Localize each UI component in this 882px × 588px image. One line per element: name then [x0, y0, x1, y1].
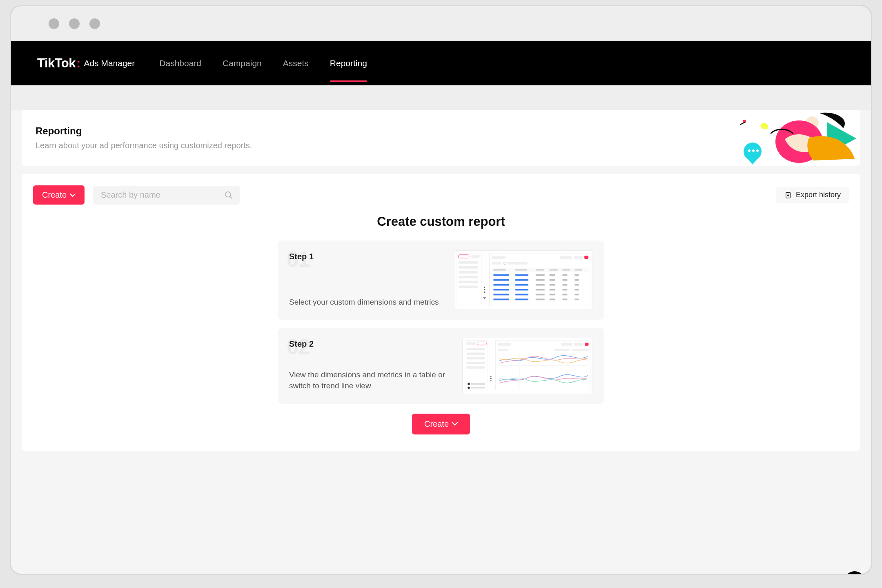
svg-rect-97 — [585, 343, 588, 345]
svg-rect-59 — [493, 289, 509, 290]
svg-point-87 — [490, 378, 492, 379]
window-dot — [89, 18, 100, 29]
svg-point-5 — [748, 149, 751, 152]
svg-point-86 — [490, 376, 492, 377]
svg-rect-35 — [493, 269, 506, 271]
step-card-2: 02 Step 2 View the dimensions and metric… — [278, 328, 604, 404]
svg-rect-14 — [457, 253, 481, 306]
svg-rect-61 — [536, 289, 545, 290]
svg-rect-42 — [515, 274, 528, 276]
svg-rect-81 — [467, 348, 485, 350]
svg-rect-57 — [562, 284, 567, 286]
window-controls — [11, 6, 871, 41]
svg-rect-93 — [496, 341, 590, 390]
svg-rect-70 — [575, 294, 579, 295]
svg-rect-64 — [575, 289, 579, 290]
svg-rect-39 — [562, 269, 570, 271]
svg-rect-94 — [498, 343, 511, 345]
browser-window: TikTok: Ads Manager Dashboard Campaign A… — [10, 5, 872, 575]
svg-rect-21 — [459, 281, 478, 283]
svg-rect-74 — [550, 298, 555, 300]
svg-rect-53 — [493, 284, 509, 286]
svg-point-88 — [490, 380, 492, 381]
svg-rect-67 — [536, 294, 545, 295]
svg-rect-50 — [550, 279, 555, 281]
svg-rect-56 — [550, 284, 555, 286]
chevron-down-icon — [452, 421, 458, 427]
create-button-bottom[interactable]: Create — [412, 414, 470, 434]
nav-campaign[interactable]: Campaign — [223, 54, 262, 72]
create-button-bottom-label: Create — [424, 419, 449, 429]
svg-rect-98 — [498, 349, 508, 351]
svg-point-89 — [468, 383, 470, 385]
svg-rect-58 — [575, 284, 579, 286]
search-field[interactable] — [93, 186, 240, 205]
svg-rect-65 — [493, 294, 509, 295]
svg-rect-90 — [471, 383, 485, 385]
step-desc: View the dimensions and metrics in a tab… — [289, 370, 454, 391]
svg-rect-85 — [467, 366, 485, 369]
svg-rect-68 — [550, 294, 555, 295]
svg-rect-44 — [550, 274, 555, 276]
nav-assets[interactable]: Assets — [283, 54, 309, 72]
export-history-button[interactable]: Export history — [776, 187, 849, 203]
svg-rect-16 — [471, 255, 480, 258]
svg-rect-60 — [515, 289, 528, 290]
help-button[interactable]: ? — [844, 571, 865, 575]
body-card: Create Export history Create custom repo… — [22, 174, 860, 451]
svg-rect-84 — [467, 362, 485, 364]
svg-point-24 — [484, 289, 485, 290]
svg-rect-55 — [536, 284, 545, 286]
svg-rect-41 — [493, 274, 509, 276]
svg-rect-95 — [561, 343, 572, 345]
svg-rect-46 — [575, 274, 579, 276]
toolbar: Create Export history — [33, 185, 849, 205]
svg-point-25 — [484, 292, 485, 293]
svg-rect-33 — [507, 262, 528, 265]
svg-rect-52 — [575, 279, 579, 281]
step-thumb-table — [454, 250, 593, 310]
page-content: Reporting Learn about your ad performanc… — [11, 110, 871, 575]
svg-point-7 — [756, 149, 759, 152]
nav-items: Dashboard Campaign Assets Reporting — [159, 54, 367, 72]
svg-rect-76 — [575, 298, 579, 300]
window-dot — [69, 18, 80, 29]
page-header: Reporting Learn about your ad performanc… — [22, 110, 860, 166]
svg-rect-96 — [574, 343, 583, 345]
nav-reporting[interactable]: Reporting — [330, 54, 367, 72]
create-button-top[interactable]: Create — [33, 185, 85, 205]
svg-rect-28 — [560, 256, 572, 259]
svg-rect-36 — [515, 269, 527, 271]
svg-line-9 — [740, 122, 745, 125]
svg-rect-45 — [562, 274, 567, 276]
file-export-icon — [784, 192, 792, 199]
svg-rect-49 — [536, 279, 545, 281]
step-label: Step 1 — [289, 252, 446, 261]
svg-rect-37 — [536, 269, 544, 271]
brand-product: Ads Manager — [84, 58, 135, 68]
svg-rect-80 — [477, 342, 486, 345]
svg-rect-54 — [515, 284, 528, 286]
nav-dashboard[interactable]: Dashboard — [159, 54, 201, 72]
search-input[interactable] — [93, 186, 240, 205]
svg-rect-71 — [493, 298, 509, 300]
svg-rect-30 — [584, 256, 588, 259]
svg-rect-99 — [555, 349, 570, 351]
step-label: Step 2 — [289, 339, 454, 349]
svg-rect-29 — [574, 256, 583, 259]
page-subtitle: Learn about your ad performance using cu… — [36, 141, 844, 150]
svg-rect-15 — [459, 255, 469, 258]
svg-rect-66 — [515, 294, 528, 295]
svg-rect-79 — [467, 342, 476, 345]
svg-marker-4 — [748, 159, 757, 165]
create-button-label: Create — [42, 190, 67, 200]
svg-rect-43 — [536, 274, 545, 276]
svg-point-32 — [503, 262, 506, 265]
svg-rect-72 — [515, 298, 528, 300]
brand-name: TikTok — [37, 56, 76, 71]
svg-point-6 — [752, 149, 755, 152]
svg-rect-82 — [467, 353, 485, 355]
export-history-label: Export history — [796, 191, 841, 199]
svg-rect-73 — [536, 298, 545, 300]
search-icon — [224, 191, 233, 200]
